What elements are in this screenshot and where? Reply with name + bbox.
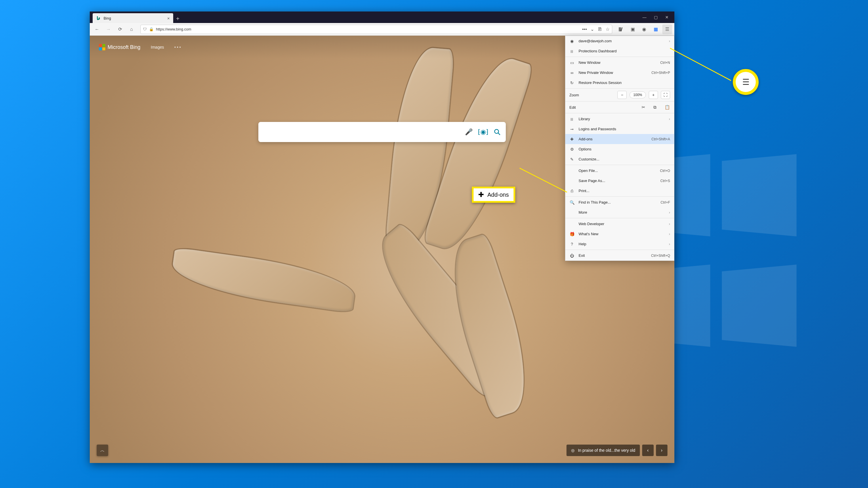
restore-icon: ↻ — [569, 80, 575, 85]
bing-favicon-icon — [96, 16, 101, 21]
address-bar[interactable]: 🛡 🔒 https://www.bing.com ••• ⌄ 🖹 ☆ — [141, 25, 612, 34]
nav-images-link[interactable]: Images — [151, 45, 164, 50]
image-caption[interactable]: ◎ In praise of the old...the very old — [566, 445, 640, 456]
menu-customize[interactable]: ✎ Customize... — [565, 154, 674, 164]
home-button[interactable]: ⌂ — [127, 25, 136, 34]
chevron-right-icon: › — [669, 210, 670, 215]
bing-logo-text: Microsoft Bing — [107, 44, 141, 50]
microsoft-bing-logo[interactable]: Microsoft Bing — [99, 44, 141, 50]
fullscreen-button[interactable]: ⛶ — [661, 91, 670, 99]
svg-rect-2 — [621, 27, 623, 31]
close-window-icon[interactable]: ✕ — [665, 15, 669, 20]
menu-web-developer[interactable]: Web Developer › — [565, 219, 674, 229]
gift-icon: 🎁 — [569, 232, 575, 236]
tab-title: Bing — [103, 16, 111, 21]
location-icon: ◎ — [571, 448, 575, 453]
menu-print[interactable]: ⎙ Print... — [565, 186, 674, 196]
menu-edit-row: Edit ✂ ⧉ 📋 — [565, 102, 674, 112]
annotation-addons-label: Add-ons — [487, 192, 509, 198]
menu-separator — [565, 196, 674, 197]
menu-protections[interactable]: ⫼ Protections Dashboard — [565, 46, 674, 56]
annotation-hamburger-circle: ☰ — [733, 69, 759, 95]
menu-library[interactable]: ⫼ Library › — [565, 114, 674, 124]
window-icon: ▭ — [569, 60, 575, 65]
menu-restore[interactable]: ↻ Restore Previous Session — [565, 78, 674, 88]
menu-whats-new[interactable]: 🎁 What's New › — [565, 229, 674, 239]
minimize-icon[interactable]: — — [643, 15, 647, 20]
puzzle-icon: ✚ — [478, 191, 484, 199]
menu-find[interactable]: 🔍 Find in This Page... Ctrl+F — [565, 197, 674, 207]
account-icon: ◉ — [569, 39, 575, 43]
voice-search-icon[interactable]: 🎤 — [465, 128, 473, 136]
menu-addons[interactable]: ✚ Add-ons Ctrl+Shift+A — [565, 134, 674, 144]
window-controls: — ▢ ✕ — [637, 11, 674, 23]
shield-icon[interactable]: 🛡 — [143, 27, 147, 31]
page-actions-icon[interactable]: ••• — [582, 27, 587, 32]
zoom-in-button[interactable]: + — [649, 91, 658, 99]
zoom-out-button[interactable]: − — [617, 91, 627, 99]
search-icon: 🔍 — [569, 200, 575, 205]
tab-close-icon[interactable]: × — [167, 16, 170, 21]
menu-options[interactable]: ⚙ Options — [565, 144, 674, 154]
chevron-right-icon: › — [669, 222, 670, 226]
back-button[interactable]: ← — [92, 25, 102, 34]
bing-footer: ︿ ◎ In praise of the old...the very old … — [97, 445, 668, 456]
translate-icon[interactable]: 🖹 — [597, 27, 602, 32]
lock-icon[interactable]: 🔒 — [149, 27, 154, 31]
hamburger-menu-button[interactable]: ☰ — [662, 25, 672, 34]
menu-new-window[interactable]: ▭ New Window Ctrl+N — [565, 58, 674, 68]
library-toolbar-icon[interactable] — [616, 25, 626, 34]
hamburger-menu: ◉ dave@davejoh.com › ⫼ Protections Dashb… — [565, 36, 674, 261]
svg-rect-1 — [620, 27, 621, 31]
chevron-right-icon: › — [669, 39, 670, 43]
account-toolbar-icon[interactable]: ◉ — [639, 25, 649, 34]
gear-icon: ⚙ — [569, 147, 575, 152]
next-image-button[interactable]: › — [656, 445, 668, 456]
mask-icon: ∞ — [569, 70, 575, 75]
expand-up-button[interactable]: ︿ — [97, 445, 108, 456]
annotation-addons-callout: ✚ Add-ons — [472, 187, 515, 203]
brush-icon: ✎ — [569, 157, 575, 162]
menu-save-page[interactable]: Save Page As... Ctrl+S — [565, 176, 674, 186]
dashboard-icon: ⫼ — [569, 49, 575, 54]
maximize-icon[interactable]: ▢ — [654, 15, 658, 20]
menu-account[interactable]: ◉ dave@davejoh.com › — [565, 36, 674, 46]
reload-button[interactable]: ⟳ — [115, 25, 125, 34]
menu-separator — [565, 88, 674, 89]
menu-more[interactable]: More › — [565, 207, 674, 218]
copy-icon[interactable]: ⧉ — [653, 105, 656, 110]
visual-search-icon[interactable]: ⁅◉⁆ — [478, 128, 489, 136]
zoom-level[interactable]: 100% — [629, 92, 646, 98]
tab-bar: Bing × + — ▢ ✕ — [90, 11, 674, 23]
cut-icon[interactable]: ✂ — [642, 105, 645, 110]
svg-rect-0 — [619, 27, 620, 31]
svg-line-5 — [498, 133, 500, 135]
bookmark-star-icon[interactable]: ☆ — [606, 27, 610, 32]
extension-icon[interactable]: ▦ — [651, 25, 660, 34]
sidebar-icon[interactable]: ▣ — [628, 25, 638, 34]
menu-exit[interactable]: ⏻ Exit Ctrl+Shift+Q — [565, 251, 674, 261]
nav-toolbar: ← → ⟳ ⌂ 🛡 🔒 https://www.bing.com ••• ⌄ 🖹… — [90, 23, 674, 36]
printer-icon: ⎙ — [569, 189, 575, 193]
paste-icon[interactable]: 📋 — [664, 105, 670, 110]
tab-bing[interactable]: Bing × — [93, 13, 173, 23]
menu-separator — [565, 218, 674, 218]
forward-button[interactable]: → — [103, 25, 113, 34]
nav-more-icon[interactable]: • • • — [174, 45, 181, 50]
new-tab-button[interactable]: + — [176, 15, 180, 22]
caption-text: In praise of the old...the very old — [578, 448, 635, 453]
menu-open-file[interactable]: Open File... Ctrl+O — [565, 166, 674, 176]
search-input[interactable] — [264, 129, 465, 135]
pocket-icon[interactable]: ⌄ — [590, 27, 594, 32]
chevron-right-icon: › — [669, 117, 670, 121]
search-icon[interactable] — [494, 129, 501, 135]
prev-image-button[interactable]: ‹ — [642, 445, 654, 456]
menu-zoom-row: Zoom − 100% + ⛶ — [565, 89, 674, 101]
menu-separator — [565, 250, 674, 250]
browser-window: Bing × + — ▢ ✕ ← → ⟳ ⌂ 🛡 🔒 https://www.b… — [90, 11, 674, 463]
chevron-right-icon: › — [669, 242, 670, 246]
menu-logins[interactable]: ⊸ Logins and Passwords — [565, 124, 674, 134]
menu-new-private[interactable]: ∞ New Private Window Ctrl+Shift+P — [565, 68, 674, 78]
menu-help[interactable]: ? Help › — [565, 239, 674, 249]
search-box[interactable]: 🎤 ⁅◉⁆ — [258, 122, 506, 142]
